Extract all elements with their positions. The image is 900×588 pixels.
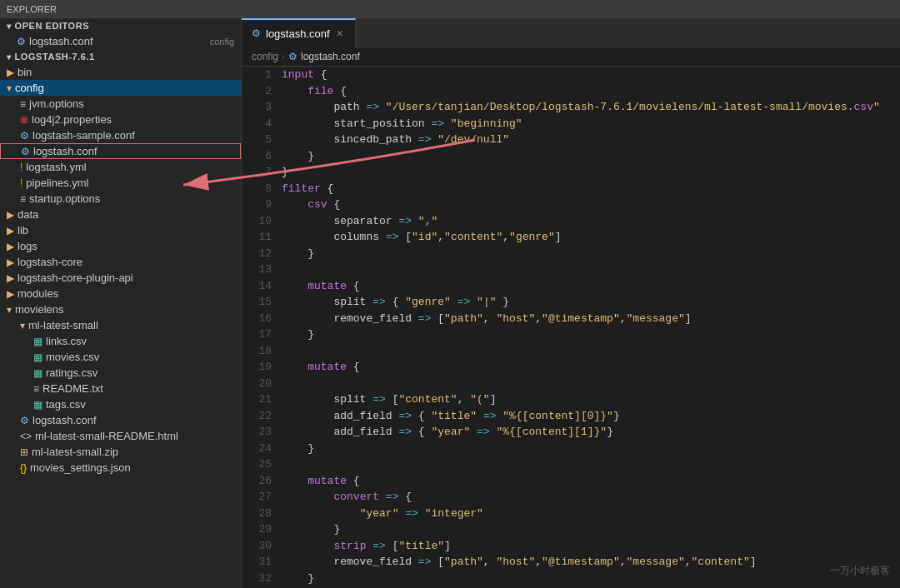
line-number: 12 [242, 246, 272, 262]
open-editors-label: OPEN EDITORS [15, 21, 90, 31]
csv-icon: ▦ [33, 367, 42, 379]
code-line: path => "/Users/tanjian/Desktop/logstash… [282, 99, 883, 116]
line-number: 7 [242, 164, 272, 181]
folder-open-icon: ▾ [7, 82, 12, 94]
tree-item-readme[interactable]: ≡README.txt [0, 381, 241, 396]
tree-item-jvm[interactable]: ≡jvm.options [0, 96, 241, 112]
tree-item-label: movies.csv [46, 351, 234, 363]
line-number: 18 [242, 343, 272, 360]
tree-item-label: logstash.conf [32, 414, 234, 426]
line-number: 1 [242, 67, 272, 83]
code-line: columns => ["id","content","genre"] [282, 229, 883, 246]
tree-item-movielens[interactable]: ▾movielens [0, 301, 241, 317]
tree-item-ml-latest-small[interactable]: ▾ml-latest-small [0, 317, 241, 333]
tree-item-lib[interactable]: ▶lib [0, 222, 241, 238]
tab-label: logstash.conf [266, 27, 330, 40]
tree-item-links[interactable]: ▦links.csv [0, 333, 241, 349]
tree-item-data[interactable]: ▶data [0, 207, 241, 222]
open-editor-item[interactable]: ⚙ logstash.conf config [0, 33, 241, 49]
tree-item-logstash-sample[interactable]: ⚙logstash-sample.conf [0, 127, 241, 143]
gear-icon: ⚙ [17, 36, 26, 47]
code-line [282, 376, 883, 392]
tree-item-label: log4j2.properties [32, 113, 234, 126]
tree-item-label: links.csv [46, 335, 234, 347]
line-number: 24 [242, 441, 272, 457]
breadcrumb-file: logstash.conf [301, 51, 360, 62]
code-line: strip => ["title"] [282, 538, 883, 555]
csv-icon: ▦ [33, 336, 42, 347]
tree-item-label: movielens [15, 303, 234, 316]
line-number: 22 [242, 408, 272, 425]
line-number: 31 [242, 554, 272, 571]
tree-item-logstash-core-plugin-api[interactable]: ▶logstash-core-plugin-api [0, 270, 241, 286]
open-editors-header[interactable]: ▾ OPEN EDITORS [0, 18, 241, 33]
line-number: 23 [242, 424, 272, 441]
sidebar: ▾ OPEN EDITORS ⚙ logstash.conf config ▾ … [0, 18, 242, 588]
explorer-label: EXPLORER [7, 4, 57, 14]
tree-item-startup[interactable]: ≡startup.options [0, 191, 241, 207]
code-content[interactable]: input { file { path => "/Users/tanjian/D… [282, 67, 900, 588]
line-number: 11 [242, 229, 272, 246]
tree-item-label: logstash.yml [26, 161, 234, 173]
tree-item-logstash-conf2[interactable]: ⚙logstash.conf [0, 412, 241, 428]
line-number: 27 [242, 489, 272, 506]
csv-icon: ▦ [33, 351, 42, 363]
code-line: mutate { [282, 278, 883, 295]
tree-item-logstash-conf[interactable]: ⚙logstash.conf [0, 143, 241, 159]
code-editor: 1234567891011121314151617181920212223242… [242, 67, 900, 588]
line-number: 26 [242, 473, 272, 490]
line-number: 9 [242, 197, 272, 213]
tree-item-ratings[interactable]: ▦ratings.csv [0, 365, 241, 381]
line-number: 19 [242, 359, 272, 376]
line-number: 3 [242, 99, 272, 116]
tree-item-tags[interactable]: ▦tags.csv [0, 396, 241, 412]
code-line: sincedb_path => "/dev/null" [282, 132, 883, 148]
code-line: } [282, 521, 883, 538]
tab-logstash-conf[interactable]: ⚙ logstash.conf × [242, 18, 356, 47]
code-line [282, 456, 883, 473]
code-line: mutate { [282, 473, 883, 490]
project-header[interactable]: ▾ LOGSTASH-7.6.1 [0, 49, 241, 64]
tree-item-label: movies_settings.json [30, 461, 234, 474]
code-line: } [282, 164, 883, 181]
tree-item-label: data [18, 208, 234, 221]
tree-item-logs[interactable]: ▶logs [0, 238, 241, 254]
line-number: 30 [242, 538, 272, 555]
tree-item-ml-zip[interactable]: ⊞ml-latest-small.zip [0, 444, 241, 460]
gear-icon: ⚙ [20, 415, 29, 426]
code-line: } [282, 326, 883, 343]
tree-item-bin[interactable]: ▶bin [0, 64, 241, 80]
folder-icon: ▶ [7, 209, 14, 221]
tree-item-config[interactable]: ▾config [0, 80, 241, 96]
gear-icon: ⚙ [21, 146, 30, 157]
tree-item-movies-json[interactable]: {}movies_settings.json [0, 460, 241, 476]
folder-icon: ▶ [7, 225, 14, 237]
line-number: 5 [242, 132, 272, 148]
code-line: remove_field => ["path", "host","@timest… [282, 311, 883, 327]
tree-item-logstash-core[interactable]: ▶logstash-core [0, 254, 241, 270]
line-number: 13 [242, 262, 272, 278]
line-number: 15 [242, 294, 272, 311]
tree-item-label: modules [18, 287, 234, 300]
tab-close-button[interactable]: × [335, 27, 345, 40]
code-line: } [282, 571, 883, 587]
tree-item-label: logs [18, 240, 234, 252]
warning-icon: ! [20, 177, 22, 189]
code-line: } [282, 441, 883, 457]
tree-item-logstash-yml[interactable]: !logstash.yml [0, 159, 241, 175]
tree-item-log4j2[interactable]: ⊗log4j2.properties [0, 112, 241, 127]
tree-item-pipelines[interactable]: !pipelines.yml [0, 175, 241, 191]
tree-item-label: README.txt [42, 382, 234, 395]
warning-icon: ! [20, 162, 22, 173]
file-icon: ≡ [20, 98, 26, 110]
code-line: } [282, 246, 883, 262]
tree-item-label: ml-latest-small.zip [32, 446, 234, 458]
tree-item-label: logstash.conf [33, 145, 234, 157]
tree-item-movies[interactable]: ▦movies.csv [0, 349, 241, 365]
tree-item-modules[interactable]: ▶modules [0, 286, 241, 301]
open-editors-arrow: ▾ [7, 22, 12, 31]
tree-item-ml-readme[interactable]: <>ml-latest-small-README.html [0, 428, 241, 444]
folder-open-icon: ▾ [20, 320, 25, 331]
breadcrumb-config[interactable]: config [252, 51, 278, 62]
line-numbers: 1234567891011121314151617181920212223242… [242, 67, 282, 588]
